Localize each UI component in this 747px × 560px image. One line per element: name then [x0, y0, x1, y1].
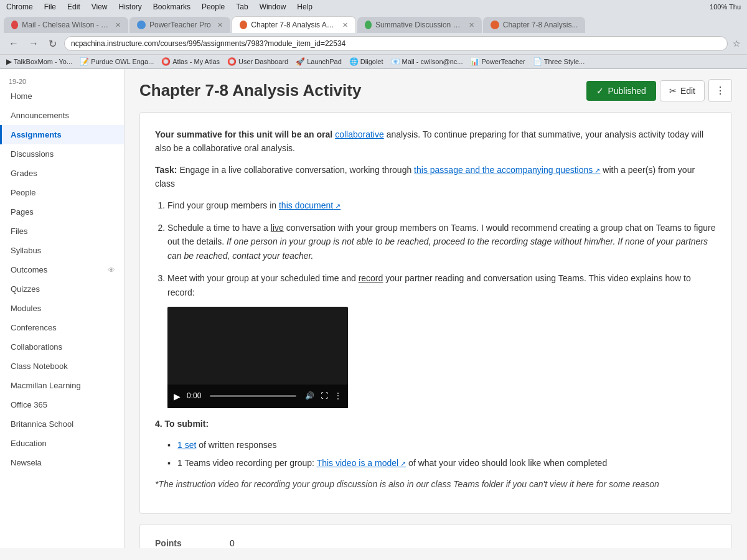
tab-label-pt: PowerTeacher Pro	[149, 21, 211, 29]
sidebar-item-announcements[interactable]: Announcements	[0, 106, 124, 125]
sidebar-item-grades[interactable]: Grades	[0, 164, 124, 183]
menu-bookmarks[interactable]: Bookmarks	[153, 2, 190, 11]
sidebar-item-office365[interactable]: Office 365	[0, 395, 124, 414]
bookmark-launchpad[interactable]: 🚀 LaunchPad	[296, 57, 342, 66]
bookmark-diigolet[interactable]: 🌐 Diigolet	[349, 57, 383, 66]
bookmarks-bar: ▶ TalkBoxMom - Yo... 📝 Purdue OWL Enga..…	[0, 54, 747, 68]
sidebar: 19-20 Home Announcements Assignments Dis…	[0, 69, 125, 548]
bookmark-label-mail: Mail - cwilson@nc...	[402, 58, 463, 65]
sidebar-item-discussions[interactable]: Discussions	[0, 144, 124, 164]
1-set-link[interactable]: 1 set	[177, 440, 196, 450]
pages-label: Pages	[11, 207, 34, 217]
menu-window[interactable]: Window	[260, 2, 286, 11]
sidebar-item-syllabus[interactable]: Syllabus	[0, 241, 124, 260]
mail-icon: 📧	[391, 57, 400, 66]
volume-icon[interactable]: 🔊	[305, 390, 314, 402]
back-button[interactable]: ←	[6, 37, 21, 50]
bookmark-mail[interactable]: 📧 Mail - cwilson@nc...	[391, 57, 463, 66]
menu-view[interactable]: View	[92, 2, 108, 11]
sidebar-item-assignments[interactable]: Assignments	[0, 125, 124, 144]
tab-analysis-activity[interactable]: Chapter 7-8 Analysis Activity ✕	[232, 16, 356, 33]
step2-text: Schedule a time to have a	[167, 223, 271, 233]
browser-tabs: Mail - Chelsea Wilson - Outloo... ✕ Powe…	[0, 14, 747, 33]
sidebar-item-class-notebook[interactable]: Class Notebook	[0, 357, 124, 376]
bookmark-atlas[interactable]: ⭕ Atlas - My Atlas	[161, 57, 220, 66]
video-model-link[interactable]: This video is a model	[317, 458, 406, 468]
edit-button[interactable]: ✂ Edit	[660, 80, 705, 101]
sidebar-item-outcomes[interactable]: Outcomes 👁	[0, 260, 124, 279]
step4-text: 4. To submit:	[155, 419, 209, 429]
bookmark-userdash[interactable]: ⭕ User Dashboard	[227, 57, 288, 66]
powerteacher-icon: 📊	[470, 57, 479, 66]
address-input[interactable]	[64, 36, 728, 51]
tab-label-summ: Summative Discussion Time Si...	[375, 21, 463, 29]
bookmark-purdue[interactable]: 📝 Purdue OWL Enga...	[80, 57, 154, 66]
menu-history[interactable]: History	[119, 2, 142, 11]
play-icon[interactable]: ▶	[174, 390, 181, 403]
menu-people[interactable]: People	[202, 2, 225, 11]
sidebar-item-newsela[interactable]: Newsela	[0, 453, 124, 472]
forward-button[interactable]: →	[26, 37, 41, 50]
britannica-label: Britannica School	[11, 419, 73, 429]
macmillan-label: Macmillan Learning	[11, 381, 81, 390]
points-value: 0	[230, 538, 235, 548]
sidebar-item-home[interactable]: Home	[0, 86, 124, 106]
progress-bar[interactable]	[210, 395, 296, 397]
task-paragraph: Task: Engage in a live collaborative con…	[155, 163, 716, 191]
published-label: Published	[608, 86, 646, 96]
tab-close-pt[interactable]: ✕	[217, 21, 223, 29]
tab-close-mail[interactable]: ✕	[115, 21, 121, 29]
star-icon[interactable]: ☆	[733, 39, 741, 49]
task-label: Task:	[155, 165, 177, 175]
bookmark-threestyle[interactable]: 📄 Three Style...	[533, 57, 585, 66]
sidebar-item-macmillan[interactable]: Macmillan Learning	[0, 376, 124, 395]
sidebar-item-conferences[interactable]: Conferences	[0, 318, 124, 337]
launchpad-icon: 🚀	[296, 57, 305, 66]
bookmark-label-threestyle: Three Style...	[544, 58, 585, 65]
collaborative-link[interactable]: collaborative	[335, 129, 384, 139]
purdue-icon: 📝	[80, 57, 89, 66]
bookmark-label-atlas: Atlas - My Atlas	[172, 58, 220, 65]
menu-tab[interactable]: Tab	[236, 2, 248, 11]
tab-powerteacher[interactable]: PowerTeacher Pro ✕	[129, 17, 230, 33]
more-button[interactable]: ⋮	[708, 79, 732, 102]
grades-label: Grades	[11, 169, 37, 178]
bookmark-talkboxmom[interactable]: ▶ TalkBoxMom - Yo...	[6, 57, 72, 66]
announcements-label: Announcements	[11, 111, 69, 120]
fullscreen-icon[interactable]: ⛶	[321, 390, 328, 402]
video-player[interactable]: ▶ 0:00 🔊 ⛶ ⋮	[167, 307, 348, 408]
step4-label: 4. To submit:	[155, 417, 716, 431]
tab-close-summ[interactable]: ✕	[469, 21, 474, 29]
tab-mail[interactable]: Mail - Chelsea Wilson - Outloo... ✕	[4, 17, 128, 33]
menu-file[interactable]: File	[44, 2, 56, 11]
bookmark-label-launchpad: LaunchPad	[307, 58, 342, 65]
bookmark-powerteacher[interactable]: 📊 PowerTeacher	[470, 57, 525, 66]
sidebar-item-collaborations[interactable]: Collaborations	[0, 337, 124, 357]
published-button[interactable]: ✓ Published	[586, 81, 656, 101]
class-notebook-label: Class Notebook	[11, 362, 68, 371]
tab-summative[interactable]: Summative Discussion Time Si... ✕	[357, 17, 482, 33]
browser-chrome: Chrome File Edit View History Bookmarks …	[0, 0, 747, 69]
sidebar-item-pages[interactable]: Pages	[0, 202, 124, 222]
sidebar-item-people[interactable]: People	[0, 183, 124, 202]
video-more-icon[interactable]: ⋮	[334, 390, 342, 402]
submit-item-1: 1 set of written responses	[167, 438, 716, 452]
menu-help[interactable]: Help	[297, 2, 312, 11]
this-document-link[interactable]: this document	[279, 200, 341, 210]
passage-link[interactable]: this passage and the accompanying questi…	[414, 165, 600, 175]
menu-chrome[interactable]: Chrome	[6, 2, 33, 11]
sidebar-item-education[interactable]: Education	[0, 434, 124, 453]
tab-close-active[interactable]: ✕	[342, 21, 348, 29]
conferences-label: Conferences	[11, 323, 57, 332]
meta-row-points: Points 0	[155, 534, 716, 548]
menu-edit[interactable]: Edit	[67, 2, 80, 11]
sidebar-item-files[interactable]: Files	[0, 222, 124, 241]
tab-label-a2: Chapter 7-8 Analysis...	[503, 21, 578, 29]
steps-list: Find your group members in this document…	[155, 198, 716, 408]
sidebar-item-modules[interactable]: Modules	[0, 299, 124, 318]
sidebar-item-quizzes[interactable]: Quizzes	[0, 279, 124, 299]
refresh-button[interactable]: ↻	[46, 37, 59, 51]
sidebar-item-britannica[interactable]: Britannica School	[0, 414, 124, 434]
tab-analysis2[interactable]: Chapter 7-8 Analysis...	[483, 17, 586, 33]
step-3: Meet with your group at your scheduled t…	[167, 271, 716, 408]
